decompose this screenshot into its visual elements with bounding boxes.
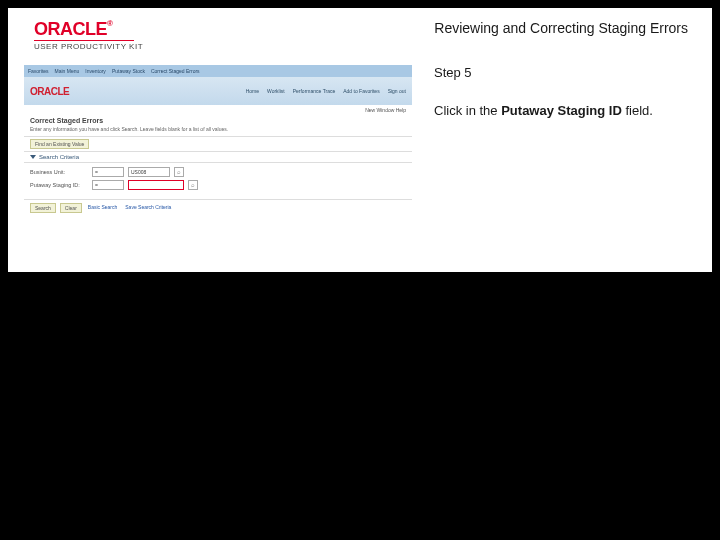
section-label: Search Criteria bbox=[39, 154, 79, 160]
find-row: Find an Existing Value bbox=[24, 136, 412, 152]
search-form: Business Unit: = US008 ⌕ Putaway Staging… bbox=[24, 163, 412, 200]
crumb: Inventory bbox=[85, 68, 106, 74]
header-tabs: Home Worklist Performance Trace Add to F… bbox=[246, 88, 406, 94]
app-logo: ORACLE bbox=[30, 86, 69, 97]
crumb: Putaway Stock bbox=[112, 68, 145, 74]
step-prefix: Click in the bbox=[434, 103, 501, 118]
breadcrumb: Favorites Main Menu Inventory Putaway St… bbox=[24, 65, 412, 77]
crumb: Main Menu bbox=[55, 68, 80, 74]
step-label: Step 5 bbox=[434, 65, 694, 80]
crumb: Favorites bbox=[28, 68, 49, 74]
lookup-icon: ⌕ bbox=[174, 167, 184, 177]
search-criteria-header: Search Criteria bbox=[24, 152, 412, 163]
basic-search-link: Basic Search bbox=[86, 203, 119, 213]
form-row-business-unit: Business Unit: = US008 ⌕ bbox=[30, 167, 406, 177]
brand-tm: ® bbox=[107, 19, 112, 28]
tab-fav: Add to Favorites bbox=[343, 88, 379, 94]
header-row: ORACLE® USER PRODUCTIVITY KIT Reviewing … bbox=[8, 8, 712, 65]
tab-home: Home bbox=[246, 88, 259, 94]
form-footer: Search Clear Basic Search Save Search Cr… bbox=[24, 200, 412, 216]
app-header-bar: ORACLE Home Worklist Performance Trace A… bbox=[24, 77, 412, 105]
content-row: Favorites Main Menu Inventory Putaway St… bbox=[8, 65, 712, 243]
instruction-panel: Step 5 Click in the Putaway Staging ID f… bbox=[434, 65, 694, 243]
sub-links: New Window Help bbox=[24, 105, 412, 113]
find-existing-button: Find an Existing Value bbox=[30, 139, 89, 149]
lookup-icon: ⌕ bbox=[188, 180, 198, 190]
tab-perf: Performance Trace bbox=[293, 88, 336, 94]
brand-rule bbox=[34, 40, 134, 41]
op-putaway-id: = bbox=[92, 180, 124, 190]
oracle-logo: ORACLE® bbox=[34, 20, 143, 38]
lesson-title: Reviewing and Correcting Staging Errors bbox=[434, 20, 688, 36]
chevron-down-icon bbox=[30, 155, 36, 159]
form-row-putaway-id: Putaway Staging ID: = ⌕ bbox=[30, 180, 406, 190]
step-field-name: Putaway Staging ID bbox=[501, 103, 622, 118]
tab-worklist: Worklist bbox=[267, 88, 285, 94]
save-search-link: Save Search Criteria bbox=[123, 203, 173, 213]
product-line: USER PRODUCTIVITY KIT bbox=[34, 42, 143, 51]
tab-signout: Sign out bbox=[388, 88, 406, 94]
brand-name: ORACLE bbox=[34, 19, 107, 39]
input-putaway-staging-id[interactable] bbox=[128, 180, 184, 190]
brand-block: ORACLE® USER PRODUCTIVITY KIT bbox=[34, 20, 143, 51]
clear-button: Clear bbox=[60, 203, 82, 213]
page-title: Correct Staged Errors bbox=[24, 113, 412, 126]
crumb: Correct Staged Errors bbox=[151, 68, 200, 74]
input-business-unit: US008 bbox=[128, 167, 170, 177]
slide-content: ORACLE® USER PRODUCTIVITY KIT Reviewing … bbox=[8, 8, 712, 272]
step-suffix: field. bbox=[622, 103, 653, 118]
op-business-unit: = bbox=[92, 167, 124, 177]
label-putaway-id: Putaway Staging ID: bbox=[30, 182, 88, 188]
app-screenshot: Favorites Main Menu Inventory Putaway St… bbox=[24, 65, 412, 243]
label-business-unit: Business Unit: bbox=[30, 169, 88, 175]
step-text: Click in the Putaway Staging ID field. bbox=[434, 102, 694, 120]
page-desc: Enter any information you have and click… bbox=[24, 126, 412, 136]
search-button: Search bbox=[30, 203, 56, 213]
